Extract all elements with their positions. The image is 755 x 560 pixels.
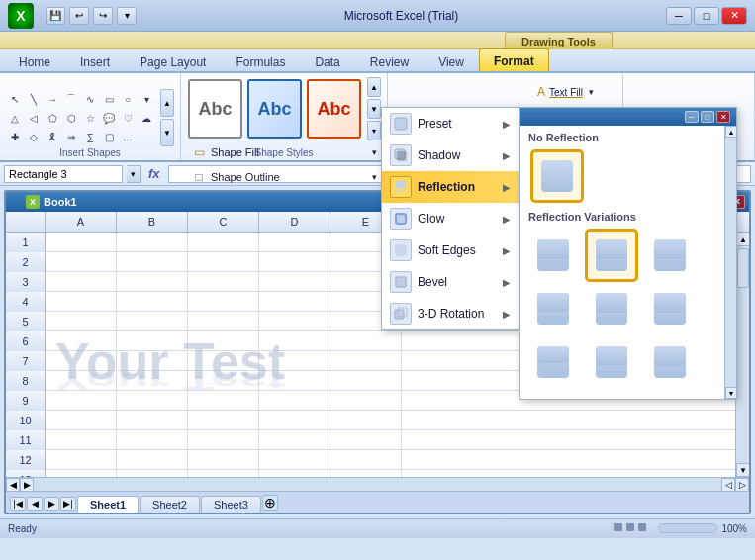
reflection-far2-half[interactable] (587, 337, 636, 387)
cell-e7[interactable] (330, 351, 402, 371)
redo-button[interactable]: ↪ (93, 7, 113, 25)
row-header-3[interactable]: 3 (6, 272, 46, 292)
col-header-c[interactable]: C (188, 212, 259, 232)
sheet-nav-last[interactable]: ▶| (60, 497, 76, 511)
cell-d7[interactable] (259, 351, 330, 371)
cell-c2[interactable] (188, 252, 259, 272)
more2[interactable]: … (119, 128, 137, 145)
cell-d8[interactable] (259, 371, 330, 391)
tab-insert[interactable]: Insert (65, 49, 125, 71)
submenu-scrollbar[interactable]: ▲ ▼ (724, 126, 736, 399)
menu-item-shadow[interactable]: Shadow ▶ (382, 140, 519, 171)
cell-a3[interactable] (46, 272, 117, 292)
row-header-12[interactable]: 12 (6, 450, 46, 470)
triangle-tool[interactable]: △ (6, 109, 24, 127)
cell-b1[interactable] (117, 233, 188, 252)
reflection-tight-quarter[interactable] (645, 231, 695, 280)
tab-page-layout[interactable]: Page Layout (125, 49, 221, 71)
rect-tool[interactable]: ▭ (100, 90, 118, 108)
cell-a10[interactable] (46, 411, 117, 430)
cell-b7[interactable] (117, 351, 188, 371)
diamond-tool[interactable]: ◇ (25, 128, 43, 145)
cell-c7[interactable] (188, 351, 259, 371)
cell-b13[interactable] (117, 470, 188, 477)
submenu-maximize[interactable]: □ (701, 111, 714, 123)
sheet-nav-first[interactable]: |◀ (10, 497, 26, 511)
line-tool[interactable]: ╲ (25, 90, 43, 108)
save-button[interactable]: 💾 (46, 7, 65, 25)
cell-a5[interactable] (46, 312, 117, 331)
reflection-tight-half[interactable] (587, 231, 636, 280)
cell-c12[interactable] (188, 450, 259, 470)
cell-a12[interactable] (46, 450, 117, 470)
tab-view[interactable]: View (424, 49, 479, 71)
cell-e11[interactable] (330, 430, 402, 450)
cell-c8[interactable] (188, 371, 259, 391)
submenu-minimize[interactable]: ─ (685, 111, 699, 123)
cell-d12[interactable] (259, 450, 330, 470)
row-header-1[interactable]: 1 (6, 233, 46, 252)
cell-c3[interactable] (188, 272, 259, 292)
cell-b10[interactable] (117, 411, 188, 430)
callout-tool[interactable]: 💬 (100, 109, 118, 127)
cell-d6[interactable] (259, 331, 330, 351)
cell-a1[interactable] (46, 233, 117, 252)
row-header-6[interactable]: 6 (6, 331, 46, 351)
cell-b2[interactable] (117, 252, 188, 272)
sheet-nav-prev[interactable]: ◀ (27, 497, 43, 511)
cell-c10[interactable] (188, 411, 259, 430)
name-box-dropdown[interactable]: ▾ (127, 165, 141, 183)
arrow-tool[interactable]: → (44, 90, 61, 108)
cell-b11[interactable] (117, 430, 188, 450)
style-plain[interactable]: Abc (188, 79, 242, 139)
row-header-5[interactable]: 5 (6, 312, 46, 331)
reflection-far2-full[interactable] (528, 337, 578, 387)
cell-a2[interactable] (46, 252, 117, 272)
name-box[interactable]: Rectangle 3 (4, 165, 123, 183)
sheet-tab-2[interactable]: Sheet2 (140, 496, 200, 513)
sheet-tab-3[interactable]: Sheet3 (201, 496, 261, 513)
normal-view-button[interactable] (614, 523, 622, 531)
tab-review[interactable]: Review (355, 49, 424, 71)
cell-e6[interactable] (330, 331, 402, 351)
row-header-7[interactable]: 7 (6, 351, 46, 371)
scroll-track-h[interactable] (36, 480, 719, 490)
cell-d9[interactable] (259, 391, 330, 411)
scroll-down-arrow[interactable]: ▼ (736, 463, 749, 477)
tab-formulas[interactable]: Formulas (221, 49, 300, 71)
minimize-button[interactable]: ─ (666, 7, 692, 25)
cell-b4[interactable] (117, 292, 188, 312)
shape-outline-arrow[interactable]: ▾ (372, 172, 377, 182)
equation-shape[interactable]: ∑ (81, 128, 99, 145)
cell-b12[interactable] (117, 450, 188, 470)
cell-e12[interactable] (330, 450, 402, 470)
tab-format[interactable]: Format (479, 48, 549, 71)
freeform-tool[interactable]: ∿ (81, 90, 99, 108)
shapes-scroll-down[interactable]: ▼ (160, 119, 174, 146)
menu-item-glow[interactable]: Glow ▶ (382, 203, 519, 234)
styles-scroll-up[interactable]: ▲ (367, 77, 381, 97)
cell-b8[interactable] (117, 371, 188, 391)
scroll-prev-btn[interactable]: ◁ (721, 478, 735, 492)
cell-d5[interactable] (259, 312, 330, 331)
cell-a7[interactable] (46, 351, 117, 371)
cloud-tool[interactable]: ☁ (138, 109, 155, 127)
scroll-left-btn[interactable]: ◀ (6, 478, 20, 492)
menu-item-reflection[interactable]: Reflection ▶ (382, 171, 519, 203)
menu-item-3d-rotation[interactable]: 3-D Rotation ▶ (382, 298, 519, 329)
cross-tool[interactable]: ✚ (6, 128, 24, 145)
styles-scroll-down[interactable]: ▼ (367, 99, 381, 119)
reflection-far2-quarter[interactable] (645, 337, 695, 387)
menu-item-soft-edges[interactable]: Soft Edges ▶ (382, 234, 519, 266)
cell-d4[interactable] (259, 292, 330, 312)
cell-c13[interactable] (188, 470, 259, 477)
row-header-11[interactable]: 11 (6, 430, 46, 450)
cell-d3[interactable] (259, 272, 330, 292)
submenu-close[interactable]: ✕ (716, 111, 730, 123)
vertical-scrollbar[interactable]: ▲ ▼ (735, 233, 749, 477)
pentagon-tool[interactable]: ⬠ (44, 109, 61, 127)
cell-c9[interactable] (188, 391, 259, 411)
sub-scroll-down[interactable]: ▼ (725, 387, 736, 399)
row-header-4[interactable]: 4 (6, 292, 46, 312)
layout-view-button[interactable] (626, 523, 634, 531)
